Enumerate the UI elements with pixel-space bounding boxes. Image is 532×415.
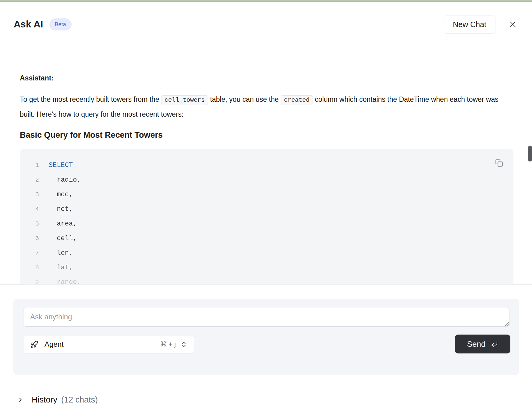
line-code: SELECT [49,161,73,169]
assistant-paragraph: To get the most recently built towers fr… [20,92,513,121]
beta-badge: Beta [49,18,72,30]
line-number: 8 [20,264,39,271]
code-line: 1SELECT [20,158,513,172]
section-heading: Basic Query for Most Recent Towers [20,130,513,140]
code-line: 5 area, [20,216,513,231]
inline-code: cell_towers [161,95,208,105]
inline-code: created [281,95,313,105]
line-code: area, [49,220,77,228]
agent-mode-label: Agent [44,340,64,349]
composer-panel: Agent ⌘ + j Send [13,299,519,375]
history-toggle[interactable]: History (12 chats) [17,391,98,409]
line-code: radio, [49,176,81,184]
close-icon [509,20,517,28]
close-button[interactable] [508,19,518,30]
shortcut-hint: ⌘ + j [160,340,176,348]
line-number: 4 [20,206,39,213]
paragraph-text: To get the most recently built towers fr… [20,95,161,103]
code-line: 7 lon, [20,246,513,260]
new-chat-button[interactable]: New Chat [444,16,495,34]
header: Ask AI Beta New Chat [0,2,532,47]
line-code: lat, [49,264,73,271]
code-line: 9 range, [20,275,513,284]
line-code: cell, [49,235,77,242]
line-code: lon, [49,249,73,257]
line-number: 5 [20,220,39,227]
history-count: (12 chats) [61,395,98,405]
return-icon [491,340,498,348]
copy-icon [495,159,503,167]
code-line: 6 cell, [20,231,513,246]
line-number: 7 [20,250,39,257]
copy-code-button[interactable] [494,158,504,168]
chevrons-up-down-icon [181,341,187,348]
history-divider [13,379,519,379]
code-line: 8 lat, [20,260,513,275]
rocket-icon [30,340,38,349]
line-code: net, [49,205,73,213]
send-button[interactable]: Send [455,335,510,353]
page-title: Ask AI [14,19,43,30]
mode-selector-right: ⌘ + j [160,340,187,348]
sql-code-block: 1SELECT2 radio,3 mcc,4 net,5 area,6 cell… [20,149,513,284]
code-line: 3 mcc, [20,187,513,202]
line-number: 9 [20,279,39,285]
assistant-message-area: Assistant: To get the most recently buil… [0,47,532,284]
line-code: mcc, [49,191,73,198]
header-actions: New Chat [444,16,518,34]
agent-mode-selector[interactable]: Agent ⌘ + j [23,335,194,353]
send-label: Send [467,339,486,349]
assistant-role-label: Assistant: [20,74,513,82]
code-line: 4 net, [20,202,513,216]
paragraph-text: table, you can use the [208,95,281,103]
line-code: range, [49,278,81,285]
code-line: 2 radio, [20,172,513,187]
ask-input[interactable] [23,308,509,327]
messages-divider [0,284,532,285]
code-lines: 1SELECT2 radio,3 mcc,4 net,5 area,6 cell… [20,149,513,284]
line-number: 6 [20,235,39,242]
line-number: 3 [20,191,39,198]
line-number: 1 [20,162,39,169]
scrollbar-thumb[interactable] [528,146,532,161]
line-number: 2 [20,176,39,183]
chevron-right-icon [17,396,24,403]
history-label: History [32,395,57,405]
